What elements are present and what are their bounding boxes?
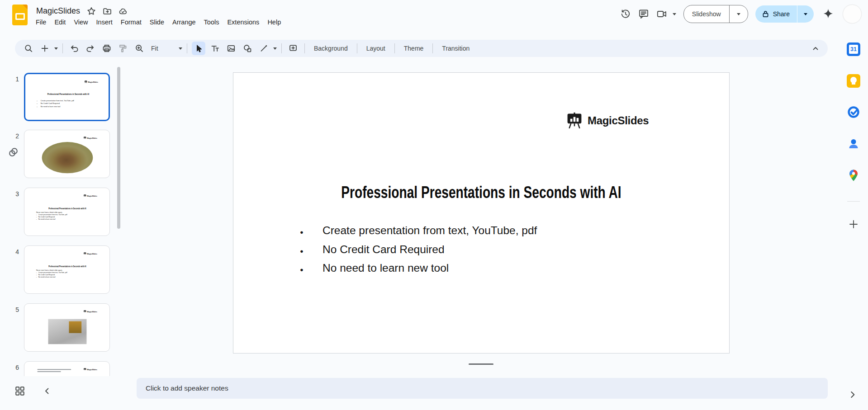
slide-thumbnail-4[interactable]: MagicSlides Professional Presentations i… [24,245,110,294]
bullet-item: ●No need to learn new tool [300,259,537,278]
menu-file[interactable]: File [32,17,50,27]
slide-thumbnail-5[interactable]: MagicSlides [24,303,110,352]
slide-title[interactable]: Professional Presentations in Seconds wi… [293,183,670,202]
magicslides-brand: MagicSlides [84,368,97,371]
speaker-notes-placeholder: Click to add speaker notes [146,384,228,392]
easel-logo-icon [85,80,87,84]
theme-button[interactable]: Theme [398,45,430,52]
menubar: File Edit View Insert Format Slide Arran… [32,17,285,27]
brand-text: MagicSlides [588,114,649,127]
easel-logo-icon [566,112,583,130]
magicslides-brand: MagicSlides [84,310,97,313]
slide-number: 2 [10,132,19,140]
share-caret-button[interactable] [797,5,814,23]
video-call-icon[interactable] [653,5,671,23]
avatar[interactable] [843,5,862,24]
slide-thumbnail-1[interactable]: MagicSlides Professional Presentations i… [24,73,110,121]
google-slides-logo[interactable] [12,5,28,25]
magicslides-brand: MagicSlides [85,80,98,84]
slide-bullet-list[interactable]: ●Create presentation from text, YouTube,… [300,222,537,278]
line-caret-icon[interactable] [272,47,278,50]
comments-icon[interactable] [635,5,653,23]
slideshow-caret-button[interactable] [730,5,748,23]
line-icon[interactable] [257,42,270,55]
gemini-icon[interactable] [820,6,836,22]
slide-number: 6 [10,364,19,371]
bullet-dot: ● [300,243,323,260]
move-folder-icon[interactable] [103,7,112,16]
video-call-caret-icon[interactable] [673,13,676,15]
background-button[interactable]: Background [308,45,354,52]
grayscale-photo [48,319,87,344]
google-slides-window: MagicSlides File Edit View Insert Format… [0,0,868,410]
mini-intro-text: Never start from a blank slide again. [36,211,62,213]
zoom-caret-icon[interactable] [177,47,184,50]
menu-arrange[interactable]: Arrange [168,17,200,27]
menu-edit[interactable]: Edit [50,17,70,27]
undo-icon[interactable] [67,42,81,55]
mini-slide-title: Professional Presentations in Seconds wi… [34,265,101,268]
header-actions: Slideshow Share [617,5,862,23]
magicslides-brand[interactable]: MagicSlides [566,112,649,130]
layout-button[interactable]: Layout [360,45,391,52]
zoom-select[interactable]: Fit [147,45,177,52]
calendar-icon[interactable]: 31 [847,42,860,56]
get-addons-plus-icon[interactable] [849,219,859,229]
illegible-text-line [38,371,61,372]
version-history-icon[interactable] [617,5,635,23]
insert-comment-icon[interactable] [286,42,300,55]
keep-icon[interactable] [847,74,860,88]
menu-view[interactable]: View [70,17,92,27]
transition-button[interactable]: Transition [436,45,475,52]
chevron-left-icon[interactable] [42,386,52,396]
redo-icon[interactable] [84,42,97,55]
tasks-icon[interactable] [847,105,860,119]
maps-icon[interactable] [847,169,860,182]
star-icon[interactable] [87,7,96,16]
share-button[interactable]: Share [755,5,797,23]
menu-slide[interactable]: Slide [146,17,168,27]
slide-thumbnail-2[interactable]: MagicSlides [24,130,110,178]
contacts-icon[interactable] [847,137,860,151]
filmstrip-scrollbar[interactable] [117,67,120,229]
side-panel-rail: 31 [839,34,868,410]
slide-number: 4 [10,248,19,255]
zoom-in-icon[interactable] [133,42,146,55]
print-icon[interactable] [100,42,114,55]
new-slide-caret-icon[interactable] [53,47,59,50]
collapse-toolbar-button[interactable] [809,42,822,55]
document-title[interactable]: MagicSlides [36,6,80,16]
paint-format-icon[interactable] [116,42,130,55]
lock-icon [762,10,769,18]
mini-list: ●Create presentation from text, YouTube,… [36,214,67,220]
menu-extensions[interactable]: Extensions [223,17,263,27]
mini-slide-title: Professional Presentations in Seconds wi… [34,207,101,210]
slide-number: 3 [10,190,19,198]
slide-canvas[interactable]: MagicSlides Professional Presentations i… [233,72,730,353]
rail-divider [847,201,860,202]
magicslides-brand: MagicSlides [84,137,97,140]
menu-format[interactable]: Format [117,17,146,27]
slide-number: 1 [10,75,19,83]
textbox-icon[interactable] [208,42,222,55]
select-tool[interactable] [192,42,205,55]
grid-view-icon[interactable] [14,385,26,397]
slide-thumbnail-3[interactable]: MagicSlides Professional Presentations i… [24,188,110,236]
cloud-saved-icon[interactable] [119,7,128,16]
shape-icon[interactable] [241,42,254,55]
speaker-notes-input[interactable]: Click to add speaker notes [137,378,828,399]
image-icon[interactable] [224,42,238,55]
notes-resize-handle[interactable] [469,363,493,365]
new-slide-button[interactable] [38,42,52,55]
menu-tools[interactable]: Tools [200,17,223,27]
mini-intro-text: Never start from a blank slide again. [36,269,62,271]
menu-help[interactable]: Help [263,17,285,27]
magicslides-brand: MagicSlides [84,252,97,255]
search-icon[interactable] [22,42,35,55]
mini-slide-title: Professional Presentations in Seconds wi… [35,93,102,95]
menu-insert[interactable]: Insert [92,17,117,27]
slideshow-button[interactable]: Slideshow [684,5,730,23]
toolbar: Fit Background Layout Theme Transition [15,40,828,57]
share-button-group: Share [755,5,814,23]
slide-thumbnail-6[interactable]: MagicSlides [24,361,110,376]
